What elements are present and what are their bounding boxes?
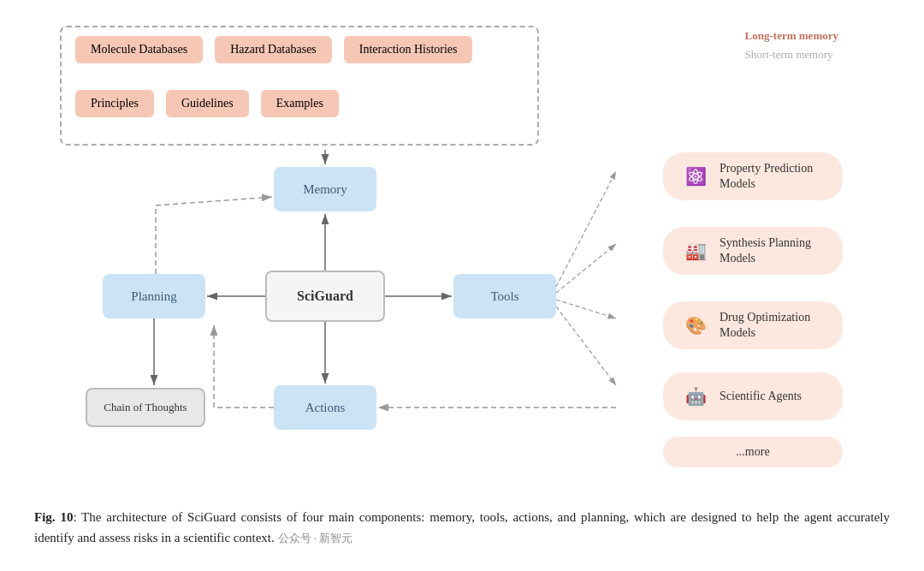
palette-icon: 🎨 (680, 310, 711, 341)
memory-node: Memory (274, 167, 376, 211)
svg-line-13 (556, 244, 616, 293)
tool-label-synthesis: Synthesis Planning Models (720, 235, 811, 266)
svg-line-9 (156, 197, 272, 205)
legend-short-term: Short-term memory (745, 48, 838, 62)
memory-item-principles: Principles (75, 90, 154, 117)
tool-label-property: Property Prediction Models (720, 161, 813, 192)
memory-item-molecule-db: Molecule Databases (75, 36, 203, 63)
figure-caption: Fig. 10: The architecture of SciGuard co… (34, 507, 890, 548)
svg-line-12 (556, 171, 616, 287)
tools-node: Tools (453, 274, 556, 318)
sciguard-node: SciGuard (265, 271, 385, 322)
memory-row-2: Principles Guidelines Examples (75, 90, 339, 117)
tool-label-drug: Drug Optimization Models (720, 310, 810, 341)
diagram: Molecule Databases Hazard Databases Inte… (34, 17, 890, 497)
tool-more: ...more (663, 437, 843, 467)
tool-scientific-agents: 🤖 Scientific Agents (663, 372, 843, 420)
svg-line-14 (556, 300, 616, 318)
memory-row-1: Molecule Databases Hazard Databases Inte… (75, 36, 472, 63)
memory-item-examples: Examples (261, 90, 339, 117)
tool-property-prediction: ⚛️ Property Prediction Models (663, 152, 843, 200)
watermark: 公众号 · 新智元 (278, 530, 353, 548)
legend: Long-term memory Short-term memory (745, 29, 838, 62)
tool-drug-optimization: 🎨 Drug Optimization Models (663, 301, 843, 349)
robot-icon: 🤖 (680, 381, 711, 412)
actions-node: Actions (274, 385, 376, 430)
caption-text: : The architecture of SciGuard consists … (34, 510, 890, 544)
tool-label-agents: Scientific Agents (720, 390, 802, 403)
tool-synthesis-planning: 🏭 Synthesis Planning Models (663, 227, 843, 275)
tool-label-more: ...more (736, 445, 769, 459)
memory-item-hazard-db: Hazard Databases (215, 36, 332, 63)
svg-line-15 (556, 306, 616, 385)
chain-of-thoughts-node: Chain of Thoughts (86, 388, 205, 427)
atom-icon: ⚛️ (680, 161, 711, 192)
caption-fig-label: Fig. 10 (34, 510, 73, 524)
factory-icon: 🏭 (680, 235, 711, 266)
memory-item-interaction-histories: Interaction Histories (344, 36, 473, 63)
planning-node: Planning (103, 274, 205, 318)
legend-long-term: Long-term memory (745, 29, 838, 43)
memory-item-guidelines: Guidelines (166, 90, 249, 117)
